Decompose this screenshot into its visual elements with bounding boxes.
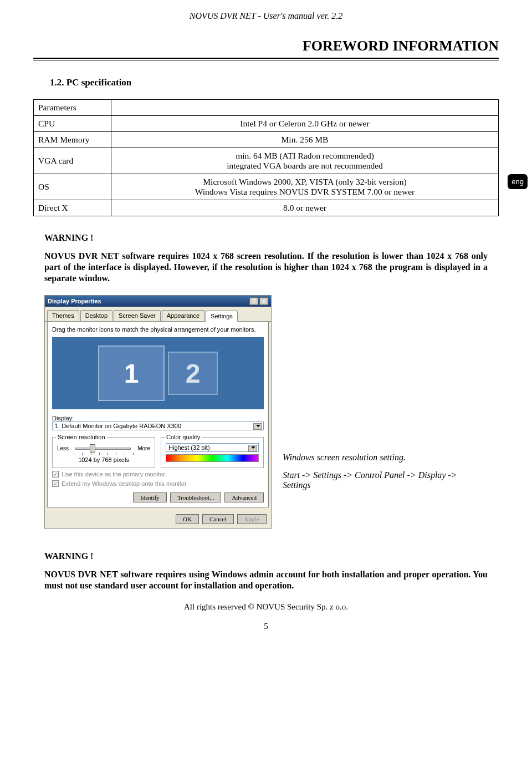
warning-heading: WARNING ! [44,551,488,561]
slider-more-label: More [137,445,150,451]
cell-label: VGA card [34,148,111,174]
primary-monitor-checkbox[interactable]: ✓ Use this device as the primary monitor… [52,471,264,478]
resolution-value: 1024 by 768 pixels [57,456,150,463]
display-properties-dialog: Display Properties ? × Themes Desktop Sc… [44,295,272,529]
cell-value [111,100,499,116]
cell-label: OS [34,174,111,200]
caption-line1: Windows screen resolution setting. [283,453,482,463]
titlebar[interactable]: Display Properties ? × [45,296,271,307]
table-row: RAM Memory Min. 256 MB [34,132,499,148]
slider-track[interactable] [75,448,131,450]
checkbox-label: Use this device as the primary monitor. [62,471,167,478]
resolution-slider[interactable]: Less More [57,445,150,451]
cell-value: Microsoft Windows 2000, XP, VISTA (only … [111,174,499,200]
group-legend: Color quality [165,434,202,440]
rule [33,58,499,60]
table-row: CPU Intel P4 or Celeron 2.0 GHz or newer [34,116,499,132]
table-row: Direct X 8.0 or newer [34,200,499,216]
language-badge: eng [508,174,528,189]
identify-button[interactable]: Identify [133,492,167,502]
slider-less-label: Less [57,445,69,451]
chevron-down-icon [256,425,260,427]
table-row: Parameters [34,100,499,116]
caption-path: Start -> Settings -> Control Panel -> Di… [283,470,482,490]
monitor-1-icon[interactable]: 1 [98,346,165,401]
cell-value: 8.0 or newer [111,200,499,216]
checkbox-icon[interactable]: ✓ [52,480,59,487]
spec-table: Parameters CPU Intel P4 or Celeron 2.0 G… [33,99,499,216]
table-row: OS Microsoft Windows 2000, XP, VISTA (on… [34,174,499,200]
display-select-value: 1. Default Monitor on Gigabyte RADEON X3… [55,423,181,429]
color-quality-value: Highest (32 bit) [168,444,210,451]
slider-thumb[interactable] [90,444,95,453]
dialog-title: Display Properties [48,298,101,304]
checkbox-label: Extend my Windows desktop onto this moni… [62,480,188,487]
settings-panel: Drag the monitor icons to match the phys… [47,322,269,507]
tab-appearance[interactable]: Appearance [162,310,204,321]
cell-value: min. 64 MB (ATI Radon recommended) integ… [111,148,499,174]
display-select[interactable]: 1. Default Monitor on Gigabyte RADEON X3… [52,421,264,430]
cell-label: RAM Memory [34,132,111,148]
cell-value: Min. 256 MB [111,132,499,148]
tabs: Themes Desktop Screen Saver Appearance S… [45,307,271,322]
monitor-2-icon[interactable]: 2 [168,352,218,395]
tab-desktop[interactable]: Desktop [80,310,112,321]
chapter-title: FOREWORD INFORMATION [33,38,499,54]
apply-button[interactable]: Apply [237,514,267,524]
section-title: 1.2. PC specification [50,77,499,88]
color-quality-select[interactable]: Highest (32 bit) [166,443,259,452]
footer-copyright: All rights reserved © NOVUS Security Sp.… [33,602,499,612]
cell-value: Intel P4 or Celeron 2.0 GHz or newer [111,116,499,132]
color-quality-group: Color quality Highest (32 bit) [161,437,264,468]
screenshot-caption: Windows screen resolution setting. Start… [283,453,482,529]
running-title: NOVUS DVR NET - User's manual ver. 2.2 [33,11,499,21]
cell-label: CPU [34,116,111,132]
table-row: VGA card min. 64 MB (ATI Radon recommend… [34,148,499,174]
cancel-button[interactable]: Cancel [202,514,234,524]
help-icon[interactable]: ? [249,297,258,305]
cell-label: Direct X [34,200,111,216]
page-number: 5 [33,622,499,631]
warning-heading: WARNING ! [44,233,488,243]
tab-themes[interactable]: Themes [47,310,79,321]
display-label: Display: [52,415,264,421]
checkbox-icon[interactable]: ✓ [52,471,59,478]
advanced-button[interactable]: Advanced [224,492,264,502]
chevron-down-icon [251,446,255,449]
color-preview-icon [166,454,259,462]
close-icon[interactable]: × [259,297,268,305]
warning-text: NOVUS DVR NET software requires 1024 x 7… [44,251,488,284]
monitor-arrangement[interactable]: 1 2 [52,337,264,409]
tab-screen-saver[interactable]: Screen Saver [114,310,161,321]
extend-desktop-checkbox[interactable]: ✓ Extend my Windows desktop onto this mo… [52,480,264,487]
ok-button[interactable]: OK [176,514,199,524]
cell-label: Parameters [34,100,111,116]
troubleshoot-button[interactable]: Troubleshoot... [170,492,222,502]
tab-settings[interactable]: Settings [206,311,238,322]
warning-text: NOVUS DVR NET software requires using Wi… [44,569,488,591]
group-legend: Screen resolution [56,434,107,440]
screen-resolution-group: Screen resolution Less More 1024 by 768 … [52,437,155,468]
instruction-text: Drag the monitor icons to match the phys… [52,326,264,333]
